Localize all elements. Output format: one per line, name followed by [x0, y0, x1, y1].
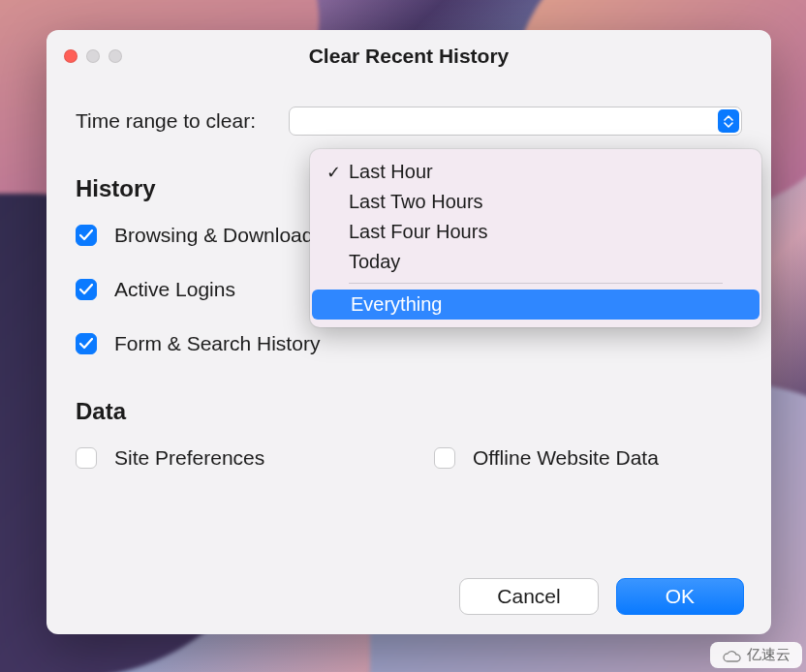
- timerange-label: Time range to clear:: [76, 109, 256, 133]
- timerange-option-last-hour[interactable]: ✓ Last Hour: [310, 157, 761, 187]
- dropdown-separator: [349, 283, 723, 284]
- timerange-option-last-four-hours[interactable]: Last Four Hours: [310, 217, 761, 247]
- cancel-button[interactable]: Cancel: [459, 578, 598, 615]
- watermark: 亿速云: [710, 642, 802, 668]
- cloud-icon: [722, 648, 741, 663]
- site-preferences-row: Site Preferences: [76, 446, 434, 470]
- form-search-history-row: Form & Search History: [76, 332, 434, 355]
- form-search-history-label: Form & Search History: [114, 332, 320, 355]
- offline-website-data-label: Offline Website Data: [473, 446, 659, 470]
- checkmark-icon: ✓: [324, 162, 343, 183]
- dialog-window: Clear Recent History Time range to clear…: [46, 30, 771, 634]
- option-label: Last Four Hours: [349, 221, 487, 243]
- data-section-title: Data: [76, 398, 742, 425]
- offline-website-data-checkbox[interactable]: [434, 447, 455, 469]
- ok-button[interactable]: OK: [616, 578, 744, 615]
- timerange-option-everything[interactable]: Everything: [312, 290, 760, 320]
- select-arrows-icon: [718, 109, 739, 133]
- timerange-select[interactable]: [289, 107, 742, 136]
- timerange-option-today[interactable]: Today: [310, 247, 761, 277]
- browsing-download-history-checkbox[interactable]: [76, 225, 97, 246]
- titlebar: Clear Recent History: [46, 30, 771, 82]
- option-label: Today: [349, 251, 400, 273]
- offline-website-data-row: Offline Website Data: [434, 446, 742, 470]
- dialog-title: Clear Recent History: [46, 45, 771, 68]
- option-label: Everything: [351, 293, 443, 316]
- form-search-history-checkbox[interactable]: [76, 333, 97, 354]
- option-label: Last Two Hours: [349, 191, 483, 213]
- timerange-option-last-two-hours[interactable]: Last Two Hours: [310, 187, 761, 217]
- active-logins-checkbox[interactable]: [76, 279, 97, 300]
- site-preferences-checkbox[interactable]: [76, 447, 97, 469]
- site-preferences-label: Site Preferences: [114, 446, 264, 470]
- active-logins-label: Active Logins: [114, 278, 235, 301]
- watermark-text: 亿速云: [747, 646, 790, 664]
- timerange-dropdown: ✓ Last Hour Last Two Hours Last Four Hou…: [310, 149, 761, 327]
- option-label: Last Hour: [349, 161, 433, 183]
